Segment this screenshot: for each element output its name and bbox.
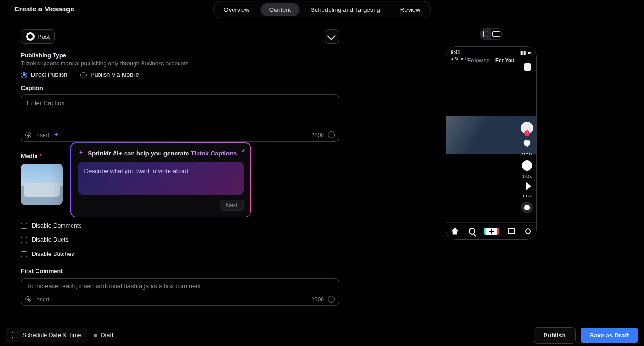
first-comment-char-count: 2200 [311, 296, 324, 303]
radio-dot-icon [80, 72, 87, 78]
radio-publish-via-mobile[interactable]: Publish Via Mobile [80, 72, 139, 78]
media-thumbnail[interactable] [21, 164, 63, 205]
post-chip-row: Post [14, 23, 346, 44]
status-label: Draft [100, 332, 113, 338]
ai-prompt-input[interactable]: Describe what you want to write about [78, 162, 244, 195]
close-icon[interactable]: × [241, 147, 245, 154]
publishing-type-subtitle: Tiktok supports manual publishing only t… [21, 60, 339, 67]
phone-icon [483, 31, 488, 37]
save-as-draft-button[interactable]: Save as Draft [581, 328, 638, 343]
heart-icon [522, 138, 532, 148]
tab-content[interactable]: Content [261, 3, 300, 16]
create-icon [486, 228, 497, 235]
status-dot-icon [94, 334, 97, 337]
checkbox-disable-stitches[interactable]: Disable Stitches [21, 251, 339, 257]
media-label-text: Media [21, 153, 37, 160]
preview-panel: 9:41 ▮▮ ▰ ◂ Search Following For You + 4… [350, 23, 632, 320]
checkbox-icon [21, 251, 27, 257]
home-icon [451, 228, 459, 235]
checkbox-icon [21, 237, 27, 243]
search-icon [469, 228, 475, 235]
media-thumb-fg [24, 183, 60, 197]
schedule-label: Schedule Date & Time [22, 332, 81, 338]
comment-count: 34.2k [522, 174, 532, 179]
ai-title-accent: Tiktok Captions [191, 150, 237, 157]
radio-dot-icon [21, 72, 27, 78]
phone-time: 9:41 [451, 50, 460, 55]
insert-plus-icon[interactable] [25, 132, 31, 138]
footer-bar: Schedule Date & Time Draft Publish Save … [0, 324, 644, 346]
ai-sparkle-icon[interactable] [53, 132, 60, 138]
first-comment-label: First Comment [21, 268, 339, 274]
first-comment-input[interactable]: To increase reach, insert additional has… [21, 278, 339, 306]
checkbox-label: Disable Duets [32, 237, 69, 243]
content-editor-panel: Post Publishing Type Tiktok supports man… [14, 23, 346, 320]
follow-plus-icon: + [524, 130, 530, 136]
header-tabs: Overview Content Scheduling and Targetin… [213, 1, 431, 18]
publishing-type-title: Publishing Type [21, 52, 339, 59]
phone-bottom-nav [446, 222, 536, 239]
like-count: 417.1k [521, 152, 533, 156]
caption-placeholder: Enter Caption [21, 95, 339, 111]
phone-preview: 9:41 ▮▮ ▰ ◂ Search Following For You + 4… [446, 46, 537, 240]
checkbox-label: Disable Comments [32, 222, 82, 229]
media-required: * [39, 153, 42, 160]
status-chip: Draft [94, 332, 113, 338]
checkbox-icon [21, 223, 27, 229]
ai-popover-title: Sprinklr AI+ can help you generate Tikto… [78, 150, 244, 157]
tiktok-icon [26, 32, 35, 41]
calendar-icon [12, 332, 18, 338]
caption-label: Caption [21, 85, 339, 91]
ai-title-prefix: Sprinklr AI+ can help you generate [88, 150, 191, 157]
publishing-type-section: Publishing Type Tiktok supports manual p… [21, 52, 339, 78]
caption-input-box[interactable]: Enter Caption Insert 2200 [21, 94, 339, 142]
phone-following: Following [467, 57, 489, 63]
caption-toolbar: Insert 2200 [25, 131, 335, 138]
sound-disc-icon [521, 202, 533, 213]
caption-insert-label[interactable]: Insert [35, 132, 49, 138]
first-comment-insert-label[interactable]: Insert [35, 296, 49, 303]
first-comment-placeholder: To increase reach, insert additional has… [21, 279, 339, 293]
checkbox-label: Disable Stitches [32, 251, 74, 257]
radio-label: Publish Via Mobile [90, 72, 139, 78]
radio-label: Direct Publish [31, 72, 67, 78]
share-count: 13.2k [522, 194, 532, 198]
preview-device-toggle [480, 28, 502, 40]
ai-next-button[interactable]: Next [220, 200, 244, 211]
post-type-chip[interactable]: Post [21, 29, 55, 44]
ai-captions-popover: × Sprinklr AI+ can help you generate Tik… [70, 142, 251, 217]
phone-status-bar: 9:41 ▮▮ ▰ [451, 50, 531, 55]
tab-review[interactable]: Review [392, 3, 429, 16]
checkbox-disable-comments[interactable]: Disable Comments [21, 222, 339, 229]
profile-icon [525, 228, 531, 234]
desktop-icon [492, 31, 500, 37]
checkbox-disable-duets[interactable]: Disable Duets [21, 237, 339, 243]
comment-icon [522, 160, 532, 171]
avatar: + [521, 122, 533, 134]
phone-status-icons: ▮▮ ▰ [520, 50, 531, 55]
post-chip-label: Post [37, 33, 50, 40]
ai-sparkle-icon [78, 150, 84, 156]
page-title: Create a Message [14, 5, 74, 13]
inbox-icon [508, 228, 515, 234]
ai-prompt-placeholder: Describe what you want to write about [84, 167, 188, 174]
preview-mobile-toggle[interactable] [481, 29, 491, 39]
publishing-type-options: Direct Publish Publish Via Mobile [21, 72, 339, 78]
tab-scheduling-targeting[interactable]: Scheduling and Targeting [302, 3, 389, 16]
publish-button[interactable]: Publish [534, 327, 576, 344]
tab-overview[interactable]: Overview [215, 3, 258, 16]
caption-char-count: 2200 [311, 132, 324, 138]
emoji-icon[interactable] [328, 131, 335, 138]
mute-icon [524, 63, 531, 71]
first-comment-toolbar: Insert 2200 [25, 296, 335, 303]
phone-feed-tabs: Following For You [446, 57, 536, 63]
pencil-icon [327, 31, 336, 41]
emoji-icon[interactable] [328, 296, 335, 303]
preview-desktop-toggle[interactable] [491, 29, 501, 39]
radio-direct-publish[interactable]: Direct Publish [21, 72, 67, 78]
insert-plus-icon[interactable] [25, 296, 31, 302]
share-icon [526, 182, 531, 190]
edit-post-button[interactable] [325, 29, 339, 44]
schedule-button[interactable]: Schedule Date & Time [6, 328, 87, 342]
phone-for-you: For You [495, 57, 515, 63]
